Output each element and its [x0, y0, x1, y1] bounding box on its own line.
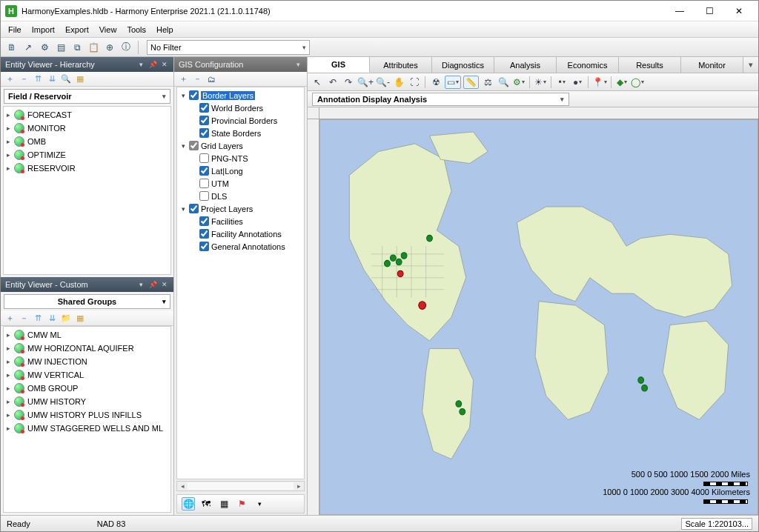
checkbox[interactable] [199, 229, 209, 239]
tab-analysis[interactable]: Analysis [494, 57, 557, 73]
expand-icon[interactable]: ▸ [7, 358, 14, 365]
panel-close-icon[interactable]: ✕ [160, 280, 169, 289]
gis-layer[interactable]: UTM [179, 177, 302, 190]
expand-icon[interactable]: ▸ [7, 331, 14, 339]
field-reservoir-dropdown[interactable]: Field / Reservoir ▾ [4, 89, 170, 104]
new-icon[interactable]: 🗎 [5, 41, 19, 54]
layers2-icon[interactable]: 🗺 [199, 497, 213, 511]
custom-item[interactable]: ▸MW VERTICAL [5, 368, 169, 382]
zoom-out-icon[interactable]: 🔍- [376, 76, 390, 89]
gis-h-scrollbar[interactable]: ◂ ▸ [176, 481, 305, 491]
pan-icon[interactable]: ✋ [392, 76, 405, 89]
tab-results[interactable]: Results [619, 57, 681, 73]
pointer-icon[interactable]: ↖ [311, 76, 324, 89]
gear-green-icon[interactable]: ⚙▾ [512, 76, 526, 89]
zoom-in-icon[interactable]: 🔍+ [357, 76, 374, 89]
gis-layer[interactable]: Provincial Borders [179, 114, 302, 127]
panel-pin-icon[interactable]: 📌 [148, 280, 157, 289]
checkbox[interactable] [199, 179, 209, 188]
add-icon[interactable]: ＋ [177, 73, 189, 85]
search-icon[interactable]: 🔍 [60, 73, 72, 85]
sun-icon[interactable]: ☀▾ [534, 76, 547, 89]
chevron-down-icon[interactable]: ▾ [294, 60, 302, 69]
search-icon[interactable]: 🔍 [497, 76, 510, 89]
pin-icon[interactable]: 📍▾ [592, 76, 607, 89]
diamond-icon[interactable]: ◆▾ [615, 76, 629, 89]
collapse-icon[interactable]: ▾ [182, 92, 189, 99]
gis-layer[interactable]: General Annotations [179, 240, 302, 253]
gis-layer[interactable]: State Borders [179, 127, 302, 139]
copy-icon[interactable]: ⧉ [70, 41, 84, 54]
checkbox[interactable] [199, 128, 209, 138]
custom-item[interactable]: ▸MW HORIZONTAL AQUIFER [5, 342, 169, 355]
close-button[interactable]: ✕ [724, 2, 754, 20]
gis-layer[interactable]: Lat|Long [179, 164, 302, 177]
checkbox[interactable] [199, 216, 209, 226]
tab-diagnostics[interactable]: Diagnostics [432, 57, 494, 73]
map-icon[interactable]: 🌐 [182, 497, 195, 511]
expand-icon[interactable]: ▸ [7, 345, 14, 352]
custom-item[interactable]: ▸UMW HISTORY [5, 395, 169, 408]
flag-icon[interactable]: ⚑ [235, 497, 248, 511]
tab-economics[interactable]: Economics [557, 57, 619, 73]
custom-item[interactable]: ▸MW INJECTION [5, 355, 169, 368]
menu-file[interactable]: File [8, 25, 21, 34]
panel-dropdown-icon[interactable]: ▾ [136, 280, 145, 289]
gis-layer[interactable]: World Borders [179, 102, 302, 114]
tab-attributes[interactable]: Attributes [370, 57, 432, 73]
gis-group[interactable]: ▾Project Layers [179, 202, 302, 215]
checkbox[interactable] [199, 103, 209, 113]
hierarchy-item[interactable]: ▸OMB [5, 135, 169, 148]
menu-tools[interactable]: Tools [127, 25, 146, 34]
circle-icon[interactable]: ◯▾ [631, 76, 644, 89]
paste-icon[interactable]: 📋 [87, 41, 100, 54]
add-icon[interactable]: ＋ [4, 313, 16, 325]
menu-view[interactable]: View [99, 25, 117, 34]
gis-group[interactable]: ▾Grid Layers [179, 139, 302, 152]
panel-dropdown-icon[interactable]: ▾ [136, 60, 145, 69]
panel-pin-icon[interactable]: 📌 [148, 60, 157, 69]
expand-icon[interactable]: ▸ [7, 138, 14, 145]
expand-icon[interactable]: ▸ [7, 411, 14, 419]
status-scale[interactable]: Scale 1:220103... [681, 518, 752, 530]
tab-monitor[interactable]: Monitor [681, 57, 743, 73]
ruler-select-icon[interactable]: ▭▾ [445, 76, 461, 89]
gis-group[interactable]: ▾Border Layers [179, 89, 302, 102]
remove-icon[interactable]: － [18, 73, 30, 85]
expand-icon[interactable]: ▸ [7, 425, 14, 432]
expand-icon[interactable]: ▸ [7, 124, 14, 132]
gis-layer[interactable]: PNG-NTS [179, 152, 302, 164]
expand-icon[interactable]: ▸ [7, 151, 14, 159]
hierarchy-tree[interactable]: ▸FORECAST▸MONITOR▸OMB▸OPTIMIZE▸RESERVOIR [3, 106, 171, 275]
expand-icon[interactable]: ▸ [7, 164, 14, 172]
remove-icon[interactable]: － [191, 73, 203, 85]
menu-help[interactable]: Help [156, 25, 173, 34]
expand-icon[interactable]: ▸ [7, 371, 14, 379]
custom-item[interactable]: ▸UMW HISTORY PLUS INFILLS [5, 408, 169, 422]
expand-all-icon[interactable]: ⇈ [32, 73, 44, 85]
custom-tree[interactable]: ▸CMW ML▸MW HORIZONTAL AQUIFER▸MW INJECTI… [3, 326, 171, 513]
hierarchy-item[interactable]: ▸OPTIMIZE [5, 148, 169, 162]
tab-gis[interactable]: GIS [308, 57, 370, 73]
share-icon[interactable]: ↗ [21, 41, 35, 54]
custom-item[interactable]: ▸OMB GROUP [5, 382, 169, 395]
undo-icon[interactable]: ↶ [326, 76, 339, 89]
layers-icon[interactable]: ▤ [54, 41, 67, 54]
gis-layer[interactable]: Facilities [179, 215, 302, 227]
add-icon[interactable]: ＋ [4, 73, 16, 85]
radiation-icon[interactable]: ☢ [429, 76, 443, 89]
grid-icon[interactable]: ▦ [74, 73, 86, 85]
redo-icon[interactable]: ↷ [342, 76, 355, 89]
gis-layer[interactable]: DLS [179, 190, 302, 202]
filter-dropdown[interactable]: No Filter ▾ [147, 40, 310, 55]
collapse-icon[interactable]: ▾ [182, 205, 189, 213]
collapse-icon[interactable]: ▾ [182, 142, 189, 150]
gis-layer[interactable]: Facility Annotations [179, 227, 302, 240]
annotation-dropdown[interactable]: Annotation Display Analysis ▾ [312, 93, 569, 106]
checkbox[interactable] [189, 204, 199, 213]
balance-icon[interactable]: ⚖ [481, 76, 494, 89]
gear-icon[interactable]: ⚙ [38, 41, 51, 54]
checkbox[interactable] [199, 153, 209, 163]
custom-item[interactable]: ▸UMW STAGGERED WELLS AND ML [5, 422, 169, 435]
hierarchy-item[interactable]: ▸RESERVOIR [5, 162, 169, 175]
